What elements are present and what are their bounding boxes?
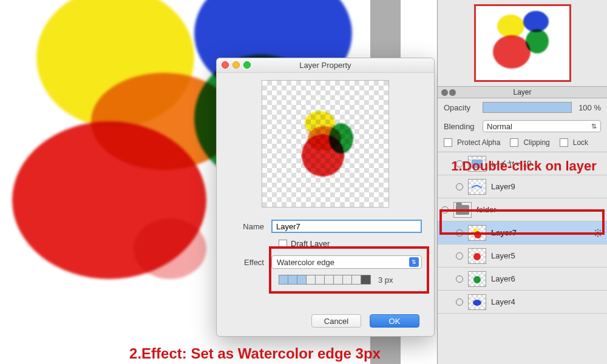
layer-panel-header: Layer bbox=[438, 86, 607, 98]
svg-line-8 bbox=[595, 230, 596, 231]
svg-point-14 bbox=[473, 300, 481, 306]
lock-checkbox[interactable] bbox=[560, 138, 568, 147]
visibility-toggle[interactable] bbox=[456, 252, 463, 260]
layer-row[interactable]: Layer6 bbox=[438, 268, 607, 291]
visibility-toggle[interactable] bbox=[456, 183, 463, 190]
visibility-toggle[interactable] bbox=[456, 229, 463, 237]
close-icon[interactable] bbox=[222, 61, 229, 69]
layer-row[interactable]: Layer9 bbox=[438, 175, 607, 198]
clipping-checkbox[interactable] bbox=[510, 138, 518, 147]
svg-line-10 bbox=[595, 234, 596, 235]
svg-point-12 bbox=[473, 253, 481, 260]
svg-line-9 bbox=[600, 234, 601, 235]
effect-label: Effect bbox=[229, 258, 271, 267]
layer-thumbnail bbox=[468, 225, 486, 241]
panel-close-icon[interactable] bbox=[441, 89, 448, 96]
lock-label: Lock bbox=[573, 138, 588, 147]
annotation-highlight-effect bbox=[269, 246, 429, 294]
layer-name-input[interactable] bbox=[271, 220, 422, 233]
zoom-icon[interactable] bbox=[243, 61, 251, 69]
layer-name-label: Layer6 bbox=[491, 274, 603, 283]
panel-menu-icon[interactable] bbox=[449, 89, 456, 96]
gear-icon[interactable] bbox=[594, 229, 602, 237]
layer-preview bbox=[262, 80, 389, 207]
visibility-toggle[interactable] bbox=[456, 275, 463, 283]
blending-value: Normal bbox=[487, 122, 512, 131]
navigator-thumbnail[interactable] bbox=[474, 4, 571, 82]
ok-button[interactable]: OK bbox=[370, 314, 419, 328]
layer-list: レイヤー10 Layer9 folder Layer7 Layer5 Layer… bbox=[438, 152, 607, 364]
svg-point-2 bbox=[474, 231, 481, 238]
chevron-up-down-icon: ⇅ bbox=[591, 123, 597, 130]
dialog-title: Layer Property bbox=[299, 61, 351, 70]
visibility-toggle[interactable] bbox=[456, 298, 463, 306]
layer-name-label: Layer7 bbox=[491, 228, 594, 237]
layer-name-label: Layer4 bbox=[491, 297, 603, 306]
clipping-label: Clipping bbox=[523, 138, 549, 147]
svg-point-3 bbox=[597, 231, 600, 234]
right-panel: Layer Opacity 100 % Blending Normal ⇅ Pr… bbox=[437, 0, 607, 364]
layer-row[interactable]: Layer5 bbox=[438, 244, 607, 268]
opacity-value: 100 % bbox=[577, 103, 601, 112]
protect-alpha-checkbox[interactable] bbox=[444, 138, 452, 147]
layer-thumbnail bbox=[468, 248, 486, 264]
layer-row[interactable]: Layer4 bbox=[438, 291, 607, 314]
layer-property-dialog: Layer Property Name Draft Layer Effect W… bbox=[216, 58, 435, 337]
layer-thumbnail bbox=[468, 294, 486, 310]
protect-alpha-label: Protect Alpha bbox=[457, 138, 500, 147]
annotation-step1: 1.Double-click on layer bbox=[448, 159, 600, 173]
layer-thumbnail bbox=[468, 271, 486, 287]
svg-line-11 bbox=[600, 230, 601, 231]
dialog-titlebar[interactable]: Layer Property bbox=[217, 58, 434, 73]
layer-row-selected[interactable]: Layer7 bbox=[438, 221, 607, 244]
visibility-toggle[interactable] bbox=[441, 206, 449, 214]
opacity-slider[interactable] bbox=[483, 102, 572, 113]
name-label: Name bbox=[229, 222, 271, 231]
layer-panel-title: Layer bbox=[513, 88, 531, 96]
layer-name-label: Layer9 bbox=[491, 182, 603, 191]
minimize-icon[interactable] bbox=[232, 61, 240, 69]
layer-name-label: Layer5 bbox=[491, 251, 603, 260]
folder-icon bbox=[453, 202, 472, 218]
annotation-step2: 2.Effect: Set as Watercolor edge 3px bbox=[79, 346, 431, 361]
layer-name-label: folder bbox=[476, 205, 603, 214]
blending-select[interactable]: Normal ⇅ bbox=[483, 120, 601, 132]
opacity-label: Opacity bbox=[444, 103, 478, 112]
layer-row-folder[interactable]: folder bbox=[438, 198, 607, 221]
layer-thumbnail bbox=[468, 179, 486, 195]
blending-label: Blending bbox=[444, 122, 478, 131]
navigator-panel bbox=[438, 0, 607, 86]
svg-point-13 bbox=[473, 276, 481, 283]
cancel-button[interactable]: Cancel bbox=[311, 314, 361, 328]
